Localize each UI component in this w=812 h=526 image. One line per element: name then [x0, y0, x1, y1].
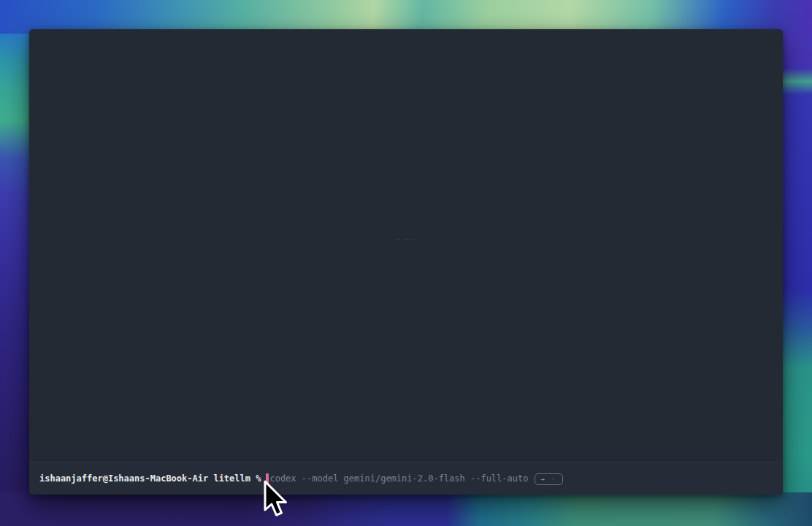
terminal-window[interactable]: ··· ishaanjaffer@Ishaans-MacBook-Air lit… [29, 29, 783, 495]
wallpaper-bottom-strip [0, 492, 812, 526]
loading-dots: ··· [396, 235, 418, 245]
autosuggest-hint-badge: → · [535, 473, 562, 485]
command-suggestion-text: codex --model gemini/gemini-2.0-flash --… [269, 473, 528, 485]
shell-prompt: ishaanjaffer@Ishaans-MacBook-Air litellm… [39, 473, 261, 485]
desktop: ··· ishaanjaffer@Ishaans-MacBook-Air lit… [0, 0, 812, 526]
text-cursor [266, 473, 269, 484]
command-line[interactable]: ishaanjaffer@Ishaans-MacBook-Air litellm… [39, 473, 563, 485]
wallpaper-right-strip [778, 0, 812, 526]
